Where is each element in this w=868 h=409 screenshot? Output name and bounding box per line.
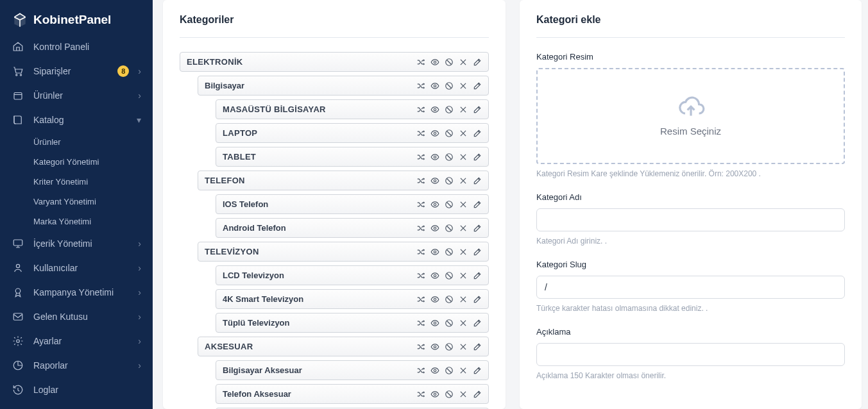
nav-subitem[interactable]: Kategori Yönetimi: [0, 152, 153, 172]
category-row[interactable]: TELEVİZYON: [198, 242, 489, 262]
disable-icon[interactable]: [445, 319, 454, 328]
shuffle-icon[interactable]: [416, 58, 425, 67]
nav-item[interactable]: Katalog▾: [0, 108, 153, 132]
visibility-icon[interactable]: [430, 58, 439, 67]
delete-icon[interactable]: [459, 200, 468, 209]
edit-icon[interactable]: [473, 58, 482, 67]
disable-icon[interactable]: [445, 271, 454, 280]
visibility-icon[interactable]: [430, 319, 439, 328]
category-row[interactable]: LCD Televizyon: [216, 265, 489, 285]
delete-icon[interactable]: [459, 153, 468, 162]
disable-icon[interactable]: [445, 176, 454, 185]
nav-item[interactable]: Ürünler›: [0, 83, 153, 108]
visibility-icon[interactable]: [430, 224, 439, 233]
disable-icon[interactable]: [445, 247, 454, 256]
disable-icon[interactable]: [445, 153, 454, 162]
shuffle-icon[interactable]: [416, 176, 425, 185]
category-row[interactable]: Bilgisayar: [198, 76, 489, 96]
nav-item[interactable]: Loglar: [0, 378, 153, 402]
nav-item[interactable]: Siparişler8›: [0, 59, 153, 83]
edit-icon[interactable]: [473, 390, 482, 399]
visibility-icon[interactable]: [430, 176, 439, 185]
delete-icon[interactable]: [459, 58, 468, 67]
visibility-icon[interactable]: [430, 129, 439, 138]
delete-icon[interactable]: [459, 129, 468, 138]
delete-icon[interactable]: [459, 295, 468, 304]
desc-input[interactable]: [536, 343, 845, 366]
category-row[interactable]: Tüplü Televizyon: [216, 313, 489, 333]
visibility-icon[interactable]: [430, 81, 439, 90]
shuffle-icon[interactable]: [416, 153, 425, 162]
shuffle-icon[interactable]: [416, 81, 425, 90]
visibility-icon[interactable]: [430, 105, 439, 114]
visibility-icon[interactable]: [430, 390, 439, 399]
disable-icon[interactable]: [445, 295, 454, 304]
shuffle-icon[interactable]: [416, 366, 425, 375]
edit-icon[interactable]: [473, 271, 482, 280]
edit-icon[interactable]: [473, 342, 482, 351]
category-row[interactable]: TELEFON: [198, 171, 489, 190]
category-row[interactable]: MASAÜSTÜ BİLGİSAYAR: [216, 99, 489, 119]
delete-icon[interactable]: [459, 247, 468, 256]
visibility-icon[interactable]: [430, 153, 439, 162]
disable-icon[interactable]: [445, 105, 454, 114]
shuffle-icon[interactable]: [416, 247, 425, 256]
edit-icon[interactable]: [473, 129, 482, 138]
nav-item[interactable]: Gelen Kutusu›: [0, 305, 153, 329]
shuffle-icon[interactable]: [416, 271, 425, 280]
name-input[interactable]: [536, 208, 845, 231]
visibility-icon[interactable]: [430, 247, 439, 256]
nav-item[interactable]: İçerik Yönetimi›: [0, 231, 153, 256]
disable-icon[interactable]: [445, 200, 454, 209]
shuffle-icon[interactable]: [416, 295, 425, 304]
nav-item[interactable]: Ayarlar›: [0, 329, 153, 353]
edit-icon[interactable]: [473, 153, 482, 162]
edit-icon[interactable]: [473, 200, 482, 209]
shuffle-icon[interactable]: [416, 319, 425, 328]
nav-item[interactable]: Raporlar›: [0, 353, 153, 378]
shuffle-icon[interactable]: [416, 224, 425, 233]
delete-icon[interactable]: [459, 105, 468, 114]
nav-item[interactable]: Kullanıcılar›: [0, 256, 153, 280]
nav-item[interactable]: Kampanya Yönetimi›: [0, 280, 153, 305]
disable-icon[interactable]: [445, 390, 454, 399]
category-row[interactable]: Android Telefon: [216, 218, 489, 238]
edit-icon[interactable]: [473, 247, 482, 256]
delete-icon[interactable]: [459, 319, 468, 328]
disable-icon[interactable]: [445, 342, 454, 351]
nav-subitem[interactable]: Kriter Yönetimi: [0, 172, 153, 192]
edit-icon[interactable]: [473, 176, 482, 185]
shuffle-icon[interactable]: [416, 200, 425, 209]
edit-icon[interactable]: [473, 81, 482, 90]
category-row[interactable]: 4K Smart Televizyon: [216, 289, 489, 309]
disable-icon[interactable]: [445, 224, 454, 233]
visibility-icon[interactable]: [430, 342, 439, 351]
edit-icon[interactable]: [473, 366, 482, 375]
delete-icon[interactable]: [459, 342, 468, 351]
nav-subitem[interactable]: Ürünler: [0, 132, 153, 152]
delete-icon[interactable]: [459, 390, 468, 399]
slug-input[interactable]: [536, 276, 845, 299]
visibility-icon[interactable]: [430, 366, 439, 375]
delete-icon[interactable]: [459, 271, 468, 280]
visibility-icon[interactable]: [430, 271, 439, 280]
nav-subitem[interactable]: Varyant Yönetimi: [0, 192, 153, 212]
delete-icon[interactable]: [459, 81, 468, 90]
disable-icon[interactable]: [445, 81, 454, 90]
disable-icon[interactable]: [445, 129, 454, 138]
edit-icon[interactable]: [473, 319, 482, 328]
category-row[interactable]: IOS Telefon: [216, 194, 489, 214]
edit-icon[interactable]: [473, 295, 482, 304]
shuffle-icon[interactable]: [416, 129, 425, 138]
delete-icon[interactable]: [459, 176, 468, 185]
disable-icon[interactable]: [445, 58, 454, 67]
shuffle-icon[interactable]: [416, 105, 425, 114]
category-row[interactable]: TABLET: [216, 147, 489, 167]
category-row[interactable]: ELEKTRONİK: [180, 52, 489, 72]
category-row[interactable]: Telefon Aksesuar: [216, 384, 489, 404]
nav-subitem[interactable]: Marka Yönetimi: [0, 212, 153, 231]
disable-icon[interactable]: [445, 366, 454, 375]
category-row[interactable]: AKSESUAR: [198, 337, 489, 356]
shuffle-icon[interactable]: [416, 342, 425, 351]
edit-icon[interactable]: [473, 105, 482, 114]
